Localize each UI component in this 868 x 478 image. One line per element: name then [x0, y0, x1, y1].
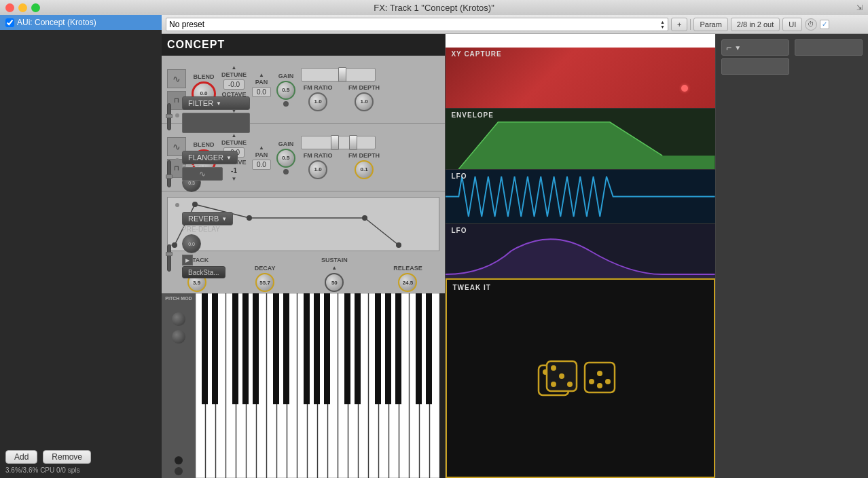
fx-panel: ⌐ ▼ — [716, 34, 868, 478]
pan-up[interactable]: ▲ — [259, 72, 264, 79]
xy-capture-section[interactable]: XY CAPTURE — [446, 48, 715, 109]
maximize-button[interactable] — [31, 3, 40, 12]
osc2-fader-track[interactable] — [301, 136, 376, 149]
osc2-fm-ratio-label: FM RATIO — [304, 152, 333, 159]
gain-value: 0.5 — [282, 87, 289, 93]
svg-point-55 — [567, 382, 573, 387]
fm-ratio-knob[interactable]: 1.0 — [308, 92, 327, 111]
sidebar-item-concept[interactable]: AUi: Concept (Krotos) — [0, 15, 162, 30]
sidebar-checkbox[interactable] — [5, 18, 14, 27]
pitch-knob-2[interactable] — [171, 329, 186, 344]
sidebar-bottom: Add Remove 3.6%/3.6% CPU 0/0 spls — [0, 446, 162, 478]
pitch-mod-label: PITCH MOD — [165, 296, 192, 301]
pre-delay-label: PRE-DELAY — [182, 225, 220, 233]
preset-arrows[interactable]: ▲ ▼ — [660, 20, 665, 29]
slider-thumb-1[interactable] — [166, 114, 173, 118]
depth-value: 0.3 — [188, 181, 195, 185]
minimize-button[interactable] — [18, 3, 27, 12]
osc1-detune-group: ▲ DETUNE -0.0 — [221, 65, 247, 90]
fm-depth-group: FM DEPTH 1.0 — [348, 84, 380, 111]
preset-up[interactable]: ▲ — [660, 20, 665, 24]
reverb-select-btn[interactable]: REVERB ▼ — [182, 212, 233, 225]
env-point-release[interactable] — [396, 242, 401, 248]
remove-button[interactable]: Remove — [43, 450, 91, 464]
fader-row-top — [301, 68, 382, 81]
sidebar: AUi: Concept (Krotos) Add Remove 3.6%/3.… — [0, 15, 162, 478]
env-point-attack[interactable] — [192, 202, 198, 207]
close-button[interactable] — [5, 3, 14, 12]
param-button[interactable]: Param — [693, 18, 727, 31]
release-knob[interactable]: 24.5 — [398, 273, 417, 292]
slider-thumb-3[interactable] — [166, 252, 173, 256]
osc2-gain-knob[interactable]: 0.5 — [276, 149, 295, 168]
preset-down[interactable]: ▼ — [660, 24, 665, 29]
preset-selector[interactable]: No preset ▲ ▼ — [166, 18, 668, 31]
backstage-button[interactable]: BackSta... — [182, 266, 225, 278]
decay-knob[interactable]: 55.7 — [255, 273, 274, 292]
sustain-up[interactable]: ▲ — [331, 265, 337, 272]
svg-point-52 — [551, 365, 556, 371]
pre-delay-value: 0.0 — [188, 242, 195, 246]
lfo2-section: LFO — [446, 224, 715, 278]
osc1-wave-selector[interactable]: ∿ — [167, 69, 186, 88]
detune-up[interactable]: ▲ — [232, 65, 237, 71]
fm-ratio-value: 1.0 — [314, 98, 322, 105]
pre-delay-knob[interactable]: 0.0 — [182, 234, 201, 253]
reverb-section: REVERB ▼ — [182, 212, 233, 225]
slider-thumb-2[interactable] — [166, 174, 173, 179]
pitch-dot-1 — [175, 456, 183, 464]
fx-waveform-icon: ⌐ — [726, 42, 731, 53]
osc2-fm-depth-group: FM DEPTH 0.1 — [348, 152, 380, 179]
slider-v-1[interactable] — [167, 103, 171, 130]
fx-waveform-select[interactable]: ⌐ ▼ — [721, 39, 789, 56]
fx-display-2 — [795, 39, 863, 56]
fm-depth-knob[interactable]: 1.0 — [355, 92, 374, 111]
detune-value-box: -0.0 — [223, 79, 245, 90]
fader-track-top[interactable] — [301, 68, 376, 81]
traffic-lights — [5, 3, 40, 12]
osc1-fader-group: FM RATIO 1.0 FM DEPTH 1.0 — [301, 68, 382, 111]
osc2-fm-ratio-knob[interactable]: 1.0 — [308, 160, 327, 179]
preset-value: No preset — [169, 20, 204, 29]
clock-icon[interactable]: ⏱ — [805, 18, 817, 31]
flanger-label: FLANGER — [188, 153, 223, 162]
slider-v-2[interactable] — [167, 160, 171, 187]
pre-delay-section: PRE-DELAY 0.0 ▶ — [182, 225, 220, 265]
fx-waveform-area: ⌐ ▼ — [721, 39, 789, 75]
filter-select-btn[interactable]: FILTER ▼ — [182, 96, 250, 110]
filter-section: FILTER ▼ — [182, 96, 250, 133]
osc2-fader-thumb2[interactable] — [349, 135, 357, 150]
svg-point-54 — [551, 382, 556, 387]
env-point-sustain[interactable] — [362, 215, 367, 221]
flanger-arrow: ▼ — [226, 155, 232, 161]
filter-arrow: ▼ — [216, 100, 221, 107]
check-button[interactable]: ✓ — [820, 20, 829, 29]
toolbar: No preset ▲ ▼ + Param 2/8 in 2 out UI ⏱ … — [162, 15, 868, 34]
release-label: RELEASE — [393, 265, 422, 272]
ui-button[interactable]: UI — [782, 18, 802, 31]
sidebar-item-label: AUi: Concept (Krotos) — [17, 18, 96, 27]
env-point-start[interactable] — [172, 242, 177, 248]
plus-button[interactable]: + — [671, 18, 687, 31]
osc2-fader-thumb1[interactable] — [331, 135, 339, 150]
pre-delay-play-btn[interactable]: ▶ — [182, 255, 193, 265]
osc2-pan-up[interactable]: ▲ — [259, 145, 264, 151]
sustain-knob[interactable]: 50 — [325, 273, 344, 292]
env-point-decay[interactable] — [247, 215, 252, 221]
osc2-pan-value: 0.0 — [257, 161, 266, 168]
tweak-it-section[interactable]: TWEAK IT — [446, 278, 715, 478]
slider-v-3[interactable] — [167, 244, 171, 272]
osc2-detune-label: DETUNE — [221, 139, 247, 146]
dots-column — [175, 113, 179, 207]
osc2-detune-up[interactable]: ▲ — [232, 132, 237, 139]
flanger-select-btn[interactable]: FLANGER ▼ — [182, 151, 238, 164]
osc2-gain-value: 0.5 — [282, 155, 289, 161]
add-button[interactable]: Add — [5, 450, 37, 464]
fader-thumb-top[interactable] — [338, 67, 346, 82]
routing-button[interactable]: 2/8 in 2 out — [731, 18, 780, 31]
osc1-gain-knob[interactable]: 0.5 — [276, 81, 295, 100]
pan-value-box: 0.0 — [252, 87, 271, 97]
osc2-fm-depth-knob[interactable]: 0.1 — [355, 160, 374, 179]
pitch-knob-1[interactable] — [171, 312, 186, 327]
cpu-text: 3.6%/3.6% CPU 0/0 spls — [5, 466, 156, 474]
